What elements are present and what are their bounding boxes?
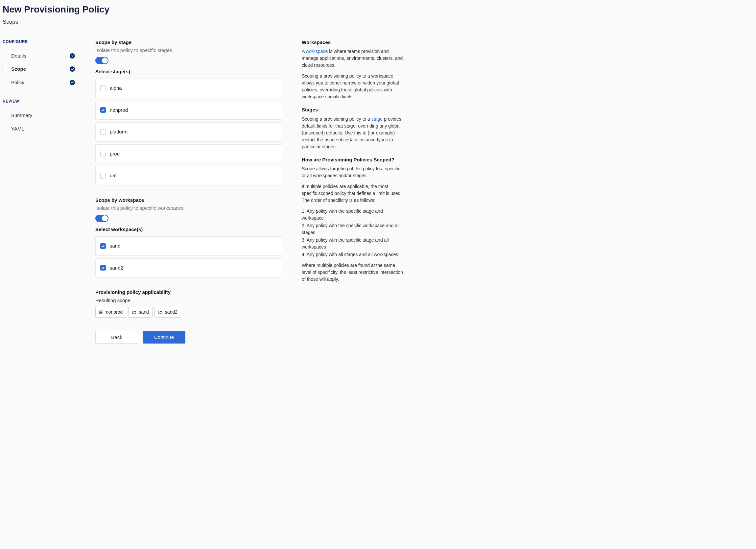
- checkbox-icon[interactable]: [100, 265, 106, 271]
- sidebar-item-label: YAML: [11, 125, 24, 133]
- workspace-option-sand[interactable]: sand: [95, 236, 282, 256]
- help-list-item: 1. Any policy with the specific stage an…: [302, 208, 404, 222]
- sidebar-item-label: Scope: [11, 65, 26, 73]
- page-title: New Provisioning Policy: [3, 3, 753, 16]
- help-text: Where multiple policies are found at the…: [302, 262, 404, 283]
- sidebar-item-policy[interactable]: Policy: [3, 76, 75, 89]
- workspace-option-sand2[interactable]: sand2: [95, 258, 282, 278]
- scope-chip-sand: sand: [128, 307, 152, 318]
- chip-label: sand: [139, 309, 149, 316]
- applicability-title: Provisioning policy applicability: [95, 289, 282, 296]
- stage-link[interactable]: stage: [371, 116, 383, 122]
- continue-button[interactable]: Continue: [143, 331, 185, 344]
- stage-option-alpha[interactable]: alpha: [95, 79, 282, 98]
- sidebar-section-label: CONFIGURE: [3, 39, 75, 45]
- scope-chip-nonprod: nonprod: [95, 307, 126, 318]
- help-text: If multiple policies are applicable, the…: [302, 183, 404, 204]
- wizard-buttons: Back Continue: [95, 331, 282, 344]
- resulting-scope-label: Resulting scope: [95, 297, 282, 304]
- folder-icon: [132, 310, 136, 315]
- help-list-item: 3. Any policy with the specific stage an…: [302, 237, 404, 251]
- stage-option-platform[interactable]: platform: [95, 122, 282, 142]
- chip-label: sand2: [165, 309, 177, 316]
- check-complete-icon: [70, 80, 75, 85]
- stage-option-uat[interactable]: uat: [95, 166, 282, 185]
- scope-by-stage-title: Scope by stage: [95, 39, 282, 46]
- checkbox-icon[interactable]: [100, 107, 106, 113]
- sidebar-item-label: Policy: [11, 79, 24, 86]
- resulting-scope-chips: nonprodsandsand2: [95, 307, 282, 318]
- stage-option-prod[interactable]: prod: [95, 144, 282, 164]
- stage-options-list: alphanonprodplatformproduat: [95, 79, 282, 185]
- checkbox-icon[interactable]: [100, 129, 106, 135]
- sidebar-item-label: Details: [11, 52, 26, 60]
- select-stages-label: Select stage(s): [95, 68, 282, 76]
- scope-by-workspace-desc: Isolate this policy to specific workspac…: [95, 204, 282, 212]
- help-scoping-heading: How are Provisioning Policies Scoped?: [302, 156, 404, 164]
- scope-by-stage-toggle[interactable]: [95, 57, 108, 64]
- main-content: Scope by stage Isolate this policy to sp…: [82, 39, 282, 344]
- scope-by-workspace-title: Scope by workspace: [95, 197, 282, 204]
- option-label: nonprod: [110, 107, 128, 114]
- help-list-item: 2. Any policy with the specific workspac…: [302, 222, 404, 236]
- check-complete-icon: [70, 53, 75, 59]
- sidebar-item-scope[interactable]: Scope: [3, 62, 75, 76]
- option-label: uat: [110, 172, 117, 179]
- help-list-item: 4. Any policy with all stages and all wo…: [302, 251, 404, 258]
- sidebar-item-summary[interactable]: Summary: [3, 109, 75, 122]
- option-label: prod: [110, 150, 120, 158]
- help-text: Scoping a provisioning policy to a stage…: [302, 116, 404, 150]
- workspace-link[interactable]: workspace: [306, 49, 328, 54]
- scope-chip-sand2: sand2: [154, 307, 181, 318]
- stage-icon: [99, 310, 104, 315]
- scope-by-stage-desc: Isolate this policy to specific stages: [95, 47, 282, 54]
- help-text: Scope allows targeting of this policy to…: [302, 165, 404, 179]
- folder-icon: [158, 310, 163, 315]
- sidebar-item-yaml[interactable]: YAML: [3, 122, 75, 136]
- chip-label: nonprod: [106, 309, 123, 316]
- option-label: alpha: [110, 84, 122, 92]
- option-label: sand: [110, 242, 121, 250]
- help-text: Scoping a provisioning policy to a works…: [302, 73, 404, 100]
- help-panel: Workspaces A workspace is where teams pr…: [302, 39, 404, 344]
- stage-option-nonprod[interactable]: nonprod: [95, 101, 282, 120]
- sidebar-item-label: Summary: [11, 112, 32, 119]
- check-complete-icon: [70, 66, 75, 72]
- option-label: platform: [110, 128, 128, 136]
- checkbox-icon[interactable]: [100, 173, 106, 179]
- help-text: A workspace is where teams provision and…: [302, 48, 404, 69]
- option-label: sand2: [110, 264, 123, 272]
- select-workspaces-label: Select workspace(s): [95, 226, 282, 233]
- scope-by-workspace-toggle[interactable]: [95, 215, 108, 222]
- help-specificity-list: 1. Any policy with the specific stage an…: [302, 208, 404, 258]
- wizard-sidebar: CONFIGUREDetailsScopePolicyREVIEWSummary…: [3, 39, 82, 344]
- page-subtitle: Scope: [3, 18, 753, 26]
- checkbox-icon[interactable]: [100, 151, 106, 156]
- back-button[interactable]: Back: [95, 331, 138, 344]
- sidebar-item-details[interactable]: Details: [3, 49, 75, 63]
- help-stages-heading: Stages: [302, 106, 404, 114]
- workspace-options-list: sandsand2: [95, 236, 282, 277]
- checkbox-icon[interactable]: [100, 243, 106, 249]
- checkbox-icon[interactable]: [100, 85, 106, 91]
- sidebar-section-label: REVIEW: [3, 98, 75, 104]
- help-workspaces-heading: Workspaces: [302, 39, 404, 46]
